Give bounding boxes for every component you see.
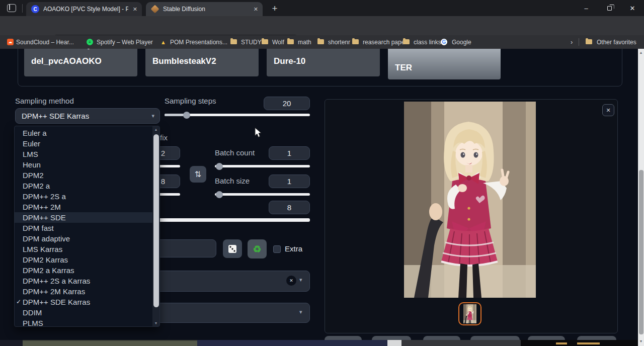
sampler-option[interactable]: Euler a [15,128,153,138]
sampling-steps-slider[interactable] [165,114,310,116]
model-card-bumblesteak[interactable]: BumblesteakV2 [145,49,259,76]
restore-button[interactable] [598,0,621,16]
new-tab-button[interactable]: + [269,3,281,15]
stable-diffusion-page: aoaokoPVCStyleMo del_pvcAOAOKO Bumbleste… [0,49,638,340]
scroll-up-icon[interactable]: ▲ [152,128,159,131]
folder-icon[interactable] [262,39,268,44]
bookmark-math[interactable]: math [298,39,311,46]
batch-size-value[interactable]: 1 [269,175,310,188]
tab-close-icon[interactable]: ✕ [254,6,258,13]
gallery-thumbnail-selected[interactable] [458,302,481,325]
bookmarks-overflow-chevron[interactable]: › [571,38,573,46]
sampler-option[interactable]: DPM++ 2M Karras [15,286,153,297]
chevron-down-icon: ▾ [299,277,302,283]
sampler-option[interactable]: Euler [15,138,153,149]
gallery-action-button[interactable] [325,336,362,340]
sampler-option[interactable]: DPM2 a Karras [15,265,153,276]
tab-aoaoko[interactable]: C AOAOKO [PVC Style Model] - PV ✕ [26,2,142,16]
bookmark-soundcloud[interactable]: SoundCloud – Hear... [16,39,74,46]
sampling-method-select[interactable]: DPM++ SDE Karras ▾ [15,108,160,124]
slider-thumb[interactable] [216,163,223,170]
bookmark-wolf[interactable]: Wolf [272,39,284,46]
close-gallery-button[interactable]: ✕ [602,104,614,116]
sampler-option-selected[interactable]: ✓ DPM++ SDE Karras [15,297,153,307]
generated-image[interactable] [404,102,536,298]
cfg-scale-slider[interactable] [151,218,310,222]
scrollbar-thumb[interactable] [153,134,159,307]
sampler-option[interactable]: DPM++ 2S a [15,191,153,202]
sampler-option[interactable]: DPM fast [15,223,153,233]
bookmark-shortenr[interactable]: shortenr [328,39,350,46]
close-window-button[interactable]: ✕ [621,0,644,16]
taskbar-sliver [401,340,521,346]
bookmark-reasearch-paper[interactable]: reasearch paper [363,39,407,46]
clear-styles-icon[interactable]: ✕ [286,276,296,286]
random-seed-button[interactable] [223,239,242,258]
sampler-option[interactable]: LMS Karras [15,244,153,254]
drive-icon[interactable]: ▲ [160,39,167,45]
folder-icon[interactable] [352,39,359,44]
model-card-aoaoko[interactable]: aoaokoPVCStyleMo del_pvcAOAOKO [24,49,137,76]
sampler-option[interactable]: LMS [15,149,153,159]
sampler-option[interactable]: DPM2 a [15,181,153,191]
scroll-up-icon[interactable]: ▲ [638,51,644,54]
sampler-option[interactable]: PLMS [15,318,153,328]
scrollbar-thumb[interactable] [639,170,643,334]
sampler-option[interactable]: DPM++ 2M [15,202,153,212]
taskbar-sliver [197,340,387,346]
batch-count-slider[interactable] [215,165,310,167]
slider-thumb[interactable] [216,191,223,198]
tab-stable-diffusion[interactable]: Stable Diffusion ✕ [146,2,263,16]
styles-dropdown[interactable] [146,271,310,292]
sampling-steps-label: Sampling steps [165,97,216,105]
sampler-option[interactable]: DDIM [15,307,153,318]
gallery-action-button[interactable] [423,336,460,340]
folder-icon[interactable] [586,39,592,44]
minimize-button[interactable]: – [575,0,598,16]
bookmark-class-links[interactable]: class links [414,39,441,46]
sampler-option[interactable]: Heun [15,159,153,170]
sampler-option-hovered[interactable]: DPM++ SDE [15,212,153,223]
bookmark-google[interactable]: Google [452,39,471,46]
batch-count-value[interactable]: 1 [269,146,310,160]
dice-icon [228,245,236,253]
bookmark-pom[interactable]: POM Presentations... [170,39,227,46]
sampler-option[interactable]: DPM++ 2S a Karras [15,276,153,286]
sampler-option[interactable]: DPM2 Karras [15,254,153,265]
gallery-action-button[interactable] [470,336,520,340]
cfg-scale-value[interactable]: 8 [269,201,310,214]
swap-dimensions-button[interactable]: ⇅ [190,166,206,183]
folder-icon[interactable] [317,39,324,44]
dropdown-scrollbar[interactable]: ▲ ▼ [152,126,159,326]
script-dropdown[interactable] [146,303,310,323]
card-title-line2: del_pvcAOAOKO [31,56,102,66]
scroll-down-icon[interactable]: ▼ [152,321,159,325]
google-icon[interactable]: G [441,39,447,45]
batch-size-slider[interactable] [215,193,310,196]
slider-thumb[interactable] [183,112,190,119]
model-card-ter[interactable]: TER [388,49,501,79]
tab-list-button[interactable] [7,4,16,12]
bookmark-spotify[interactable]: Spotify – Web Player [97,39,153,46]
chevron-down-icon: ▾ [151,109,154,123]
taskbar-sliver-window [23,340,197,346]
gallery-action-button[interactable] [528,336,565,340]
soundcloud-icon[interactable]: ☁ [7,39,14,45]
extra-seed-checkbox[interactable] [273,245,281,253]
page-scrollbar[interactable]: ▲ ▼ [638,49,644,346]
folder-icon[interactable] [403,39,410,44]
bookmark-study[interactable]: STUDY [241,39,262,46]
sampling-steps-value[interactable]: 20 [264,97,310,110]
gallery-action-button[interactable] [372,336,411,340]
sampler-option[interactable]: DPM adaptive [15,233,153,244]
gallery-action-button[interactable] [577,336,616,340]
spotify-icon[interactable]: ≡ [87,39,93,45]
sampler-option[interactable]: DPM2 [15,170,153,181]
folder-icon[interactable] [230,39,237,44]
model-card-dure[interactable]: Dure-10 [267,49,380,76]
bookmark-other-favorites[interactable]: Other favorites [597,39,636,46]
reuse-seed-button[interactable]: ♻ [248,239,267,258]
tab-close-icon[interactable]: ✕ [133,6,137,13]
folder-icon[interactable] [287,39,294,44]
scroll-down-icon[interactable]: ▼ [638,339,644,343]
